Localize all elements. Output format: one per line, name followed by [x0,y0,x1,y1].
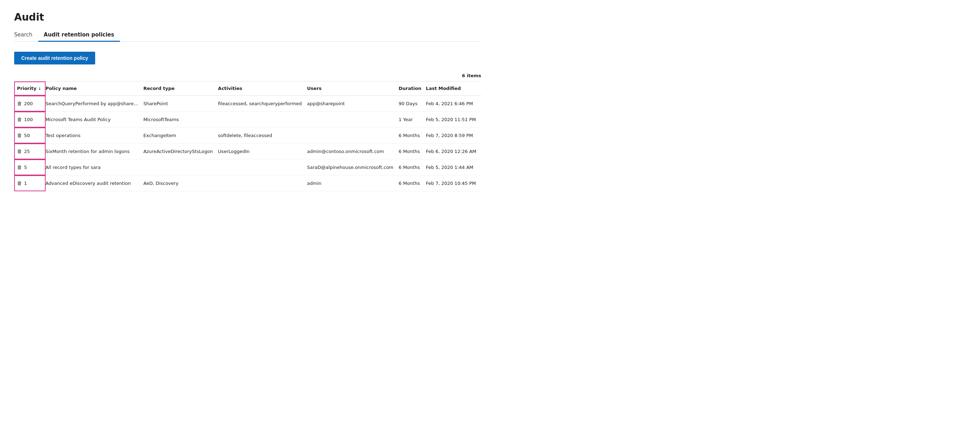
cell-record_type-3: AzureActiveDirectoryStsLogon [143,144,218,160]
col-activities: Activities [218,81,307,96]
cell-duration-3: 6 Months [399,144,426,160]
tab-audit-retention-policies[interactable]: Audit retention policies [38,29,120,42]
sort-arrow-priority: ↓ [38,86,41,91]
cell-policy_name-2: Test operations [46,128,144,144]
cell-users-3: admin@contoso.onmicrosoft.com [307,144,399,160]
priority-value-3: 25 [24,149,30,154]
cell-duration-5: 6 Months [399,175,426,191]
priority-value-1: 100 [24,117,33,122]
cell-activities-0: fileaccessed, searchqueryperformed [218,96,307,112]
delete-policy-5[interactable]: 🗑 [17,180,22,186]
cell-users-1 [307,112,399,128]
cell-last_modified-0: Feb 4, 2021 6:46 PM [426,96,481,112]
cell-last_modified-4: Feb 5, 2020 1:44 AM [426,160,481,175]
col-record-type: Record type [143,81,218,96]
cell-users-4: SaraD@alpinehouse.onmicrosoft.com [307,160,399,175]
priority-value-5: 1 [24,180,27,186]
table-row: 🗑50Test operationsExchangeItemsoftdelete… [14,128,481,144]
cell-record_type-0: SharePoint [143,96,218,112]
cell-activities-1 [218,112,307,128]
cell-last_modified-3: Feb 6, 2020 12:26 AM [426,144,481,160]
create-audit-retention-policy-button[interactable]: Create audit retention policy [14,52,95,64]
col-priority[interactable]: Priority ↓ [14,81,46,96]
delete-policy-2[interactable]: 🗑 [17,132,22,138]
table-header-row: Priority ↓ Policy name Record type Activ… [14,81,481,96]
cell-priority-0: 🗑200 [14,96,46,112]
priority-value-4: 5 [24,165,27,170]
delete-policy-4[interactable]: 🗑 [17,164,22,170]
cell-policy_name-0: SearchQueryPerformed by app@share... [46,96,144,112]
table-row: 🗑25SixMonth retention for admin logonsAz… [14,144,481,160]
table-row: 🗑5All record types for saraSaraD@alpineh… [14,160,481,175]
delete-policy-1[interactable]: 🗑 [17,116,22,122]
cell-priority-5: 🗑1 [14,175,46,191]
cell-activities-2: softdelete, fileaccessed [218,128,307,144]
cell-users-5: admin [307,175,399,191]
table-row: 🗑1Advanced eDiscovery audit retentionAeD… [14,175,481,191]
cell-record_type-5: AeD, Discovery [143,175,218,191]
cell-last_modified-1: Feb 5, 2020 11:51 PM [426,112,481,128]
delete-policy-0[interactable]: 🗑 [17,101,22,106]
cell-duration-4: 6 Months [399,160,426,175]
cell-last_modified-5: Feb 7, 2020 10:45 PM [426,175,481,191]
table-row: 🗑100Microsoft Teams Audit PolicyMicrosof… [14,112,481,128]
col-users: Users [307,81,399,96]
cell-duration-2: 6 Months [399,128,426,144]
cell-priority-4: 🗑5 [14,160,46,175]
cell-duration-1: 1 Year [399,112,426,128]
cell-activities-4 [218,160,307,175]
cell-last_modified-2: Feb 7, 2020 8:59 PM [426,128,481,144]
cell-policy_name-4: All record types for sara [46,160,144,175]
cell-activities-5 [218,175,307,191]
items-count: 6 items [14,73,481,78]
col-duration: Duration [399,81,426,96]
cell-record_type-4 [143,160,218,175]
page-title: Audit [14,11,481,23]
cell-record_type-2: ExchangeItem [143,128,218,144]
tab-bar: Search Audit retention policies [14,29,481,42]
priority-value-2: 50 [24,133,30,138]
audit-page: Audit Search Audit retention policies Cr… [0,0,495,203]
cell-policy_name-5: Advanced eDiscovery audit retention [46,175,144,191]
col-policy-name: Policy name [46,81,144,96]
cell-priority-2: 🗑50 [14,128,46,144]
policies-table-container: Priority ↓ Policy name Record type Activ… [14,81,481,191]
cell-duration-0: 90 Days [399,96,426,112]
cell-users-2 [307,128,399,144]
col-priority-label: Priority [17,86,37,91]
cell-users-0: app@sharepoint [307,96,399,112]
cell-priority-1: 🗑100 [14,112,46,128]
delete-policy-3[interactable]: 🗑 [17,148,22,154]
col-last-modified: Last Modified [426,81,481,96]
cell-record_type-1: MicrosoftTeams [143,112,218,128]
cell-policy_name-1: Microsoft Teams Audit Policy [46,112,144,128]
cell-policy_name-3: SixMonth retention for admin logons [46,144,144,160]
table-row: 🗑200SearchQueryPerformed by app@share...… [14,96,481,112]
tab-search[interactable]: Search [14,29,38,42]
priority-value-0: 200 [24,101,33,106]
policies-table: Priority ↓ Policy name Record type Activ… [14,81,481,191]
cell-priority-3: 🗑25 [14,144,46,160]
cell-activities-3: UserLoggedIn [218,144,307,160]
